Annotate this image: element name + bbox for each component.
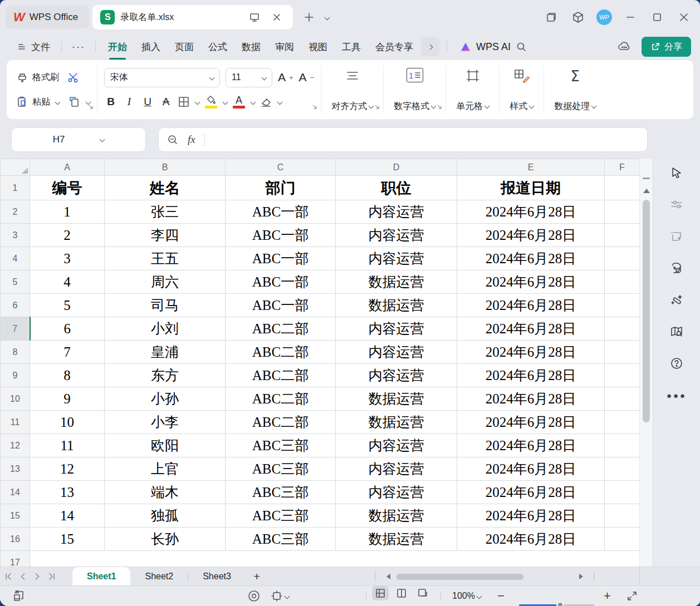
cell[interactable]: 2024年6月28日 [457, 411, 605, 434]
row-header-9[interactable]: 9 [1, 364, 30, 387]
cell[interactable]: ABC一部 [226, 247, 336, 270]
scroll-left-arrow[interactable] [386, 574, 390, 579]
cell[interactable] [605, 528, 640, 551]
cell[interactable]: 职位 [336, 176, 457, 200]
row-header-16[interactable]: 16 [1, 528, 30, 551]
cell[interactable]: 9 [30, 387, 105, 411]
cell[interactable]: 端木 [105, 481, 226, 504]
horizontal-scroll-thumb[interactable] [396, 574, 523, 580]
row-header-7[interactable]: 7 [1, 317, 30, 341]
document-tab[interactable]: S 录取名单.xlsx [92, 5, 293, 29]
cell[interactable] [605, 434, 640, 457]
cell[interactable]: 7 [30, 341, 105, 364]
cell[interactable]: ABC三部 [226, 434, 336, 457]
cell[interactable] [30, 551, 640, 567]
cell[interactable]: 2024年6月28日 [457, 341, 605, 364]
row-header-5[interactable]: 5 [1, 270, 30, 294]
last-sheet-icon[interactable] [46, 570, 58, 583]
split-view-icon[interactable] [393, 586, 410, 600]
cell[interactable]: 2024年6月28日 [457, 247, 605, 270]
more-tools-icon[interactable]: ●●● [669, 387, 684, 403]
cell[interactable]: ABC三部 [226, 504, 336, 528]
cell[interactable]: 独孤 [105, 504, 226, 528]
clipboard-dialog-launcher[interactable] [88, 102, 94, 112]
user-avatar[interactable]: WP [596, 9, 612, 25]
cell[interactable]: ABC二部 [226, 387, 336, 411]
formula-input[interactable]: fx [158, 127, 648, 152]
cell[interactable]: 内容运营 [336, 247, 457, 270]
cell[interactable]: 2024年6月28日 [457, 294, 605, 317]
cell[interactable]: 内容运营 [336, 457, 457, 481]
cell[interactable]: 内容运营 [336, 341, 457, 364]
cell[interactable]: 数据运营 [336, 411, 457, 434]
tab-list-chevron-icon[interactable] [317, 9, 334, 26]
cell[interactable]: 东方 [105, 364, 226, 387]
cloud-status-icon[interactable] [616, 38, 633, 55]
name-box[interactable]: H7 [11, 127, 146, 152]
cell[interactable]: 2024年6月28日 [457, 504, 605, 528]
cell[interactable] [605, 224, 640, 247]
cell[interactable]: 数据运营 [336, 270, 457, 294]
data-processing-group[interactable]: Σ 数据处理 [544, 66, 606, 114]
cell[interactable] [605, 387, 640, 411]
column-header-E[interactable]: E [457, 159, 605, 176]
column-header-D[interactable]: D [336, 159, 457, 176]
cell[interactable]: 数据运营 [336, 387, 457, 411]
font-size-select[interactable]: 11 [226, 68, 272, 87]
cell[interactable]: 内容运营 [336, 481, 457, 504]
next-sheet-icon[interactable] [31, 570, 43, 583]
cell[interactable]: 内容运营 [336, 317, 457, 341]
minimize-button[interactable] [622, 9, 639, 26]
cell[interactable]: 6 [30, 317, 105, 341]
cell[interactable]: 2024年6月28日 [457, 224, 605, 247]
zoom-level[interactable]: 100% [452, 586, 481, 606]
row-header-2[interactable]: 2 [1, 200, 30, 224]
file-menu[interactable]: 文件 [12, 41, 55, 53]
cell[interactable]: 13 [30, 481, 105, 504]
cell[interactable] [605, 504, 640, 528]
cut-button[interactable] [67, 71, 80, 84]
cells-group[interactable]: 单元格 [446, 66, 499, 114]
cell[interactable]: 王五 [105, 247, 226, 270]
number-dialog-launcher[interactable] [437, 102, 443, 112]
row-header-15[interactable]: 15 [1, 504, 30, 528]
search-icon[interactable] [513, 38, 530, 55]
cell[interactable]: ABC三部 [226, 528, 336, 551]
cell[interactable]: 2024年6月28日 [457, 317, 605, 341]
cell[interactable]: 1 [30, 200, 105, 224]
cell[interactable]: 数据运营 [336, 504, 457, 528]
cell[interactable]: 小孙 [105, 387, 226, 411]
sheet-tab-Sheet2[interactable]: Sheet2 [130, 567, 188, 586]
cell[interactable]: 司马 [105, 294, 226, 317]
fill-color-button[interactable] [204, 95, 227, 109]
cell[interactable] [605, 364, 640, 387]
cell[interactable]: 2024年6月28日 [457, 387, 605, 411]
prev-sheet-icon[interactable] [17, 570, 29, 583]
cell[interactable]: 小刘 [105, 317, 226, 341]
menu-tab-数据[interactable]: 数据 [236, 38, 266, 56]
cell[interactable]: 5 [30, 294, 105, 317]
cell[interactable]: 周六 [105, 270, 226, 294]
help-icon[interactable] [669, 356, 684, 371]
cell[interactable]: 编号 [30, 176, 105, 200]
menu-tab-工具[interactable]: 工具 [336, 38, 366, 56]
magic-wand-icon[interactable] [669, 292, 684, 308]
cell[interactable]: 姓名 [105, 176, 226, 200]
cell[interactable] [605, 176, 640, 200]
cell[interactable]: 8 [30, 364, 105, 387]
alignment-dialog-launcher[interactable] [374, 102, 380, 112]
row-header-14[interactable]: 14 [1, 481, 30, 504]
cell[interactable]: ABC一部 [226, 294, 336, 317]
cell[interactable]: 内容运营 [336, 224, 457, 247]
cell[interactable]: 2 [30, 224, 105, 247]
row-header-3[interactable]: 3 [1, 224, 30, 247]
cell[interactable]: 数据运营 [336, 528, 457, 551]
cell[interactable] [605, 294, 640, 317]
cell[interactable]: 2024年6月28日 [457, 481, 605, 504]
cell[interactable] [605, 247, 640, 270]
zoom-in-button[interactable]: + [604, 586, 611, 606]
macro-js-icon[interactable]: JS [12, 586, 27, 606]
cell[interactable]: 数据运营 [336, 294, 457, 317]
cell[interactable]: 张三 [105, 200, 226, 224]
cell[interactable]: 2024年6月28日 [457, 528, 605, 551]
